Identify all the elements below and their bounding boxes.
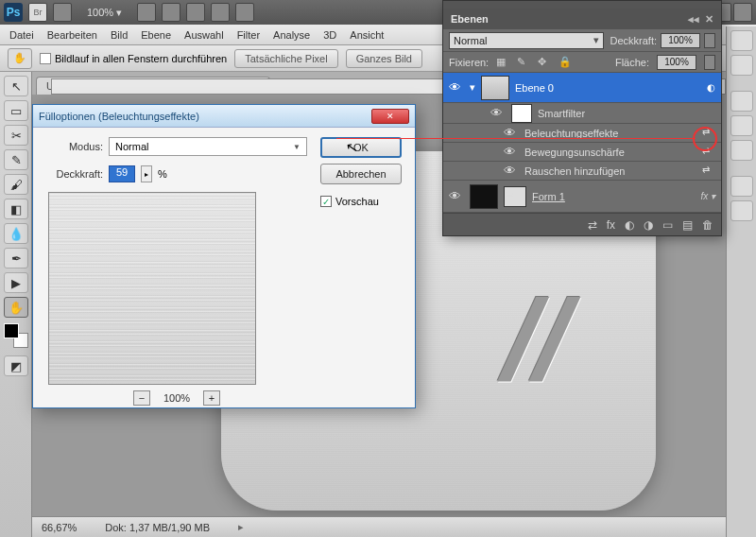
visibility-icon[interactable]: 👁	[504, 145, 519, 159]
zoom-in-button[interactable]: +	[203, 390, 220, 406]
color-icon[interactable]	[730, 91, 753, 112]
visibility-icon[interactable]: 👁	[490, 106, 506, 120]
layer-form1[interactable]: 👁 ▭ Form 1 fx ▾	[443, 181, 721, 213]
opacity-panel-label: Deckkraft:	[610, 35, 657, 46]
fx-badge[interactable]: fx ▾	[700, 191, 715, 201]
smartfilter-row[interactable]: 👁 Smartfilter	[443, 103, 721, 124]
group-icon[interactable]: ▭	[662, 218, 673, 232]
status-zoom: 66,67%	[42, 522, 77, 533]
actual-pixels-button[interactable]: Tatsächliche Pixel	[234, 49, 337, 68]
filter-rauschen[interactable]: 👁 Rauschen hinzufügen ⇄	[443, 162, 721, 181]
hand-tool-preset[interactable]: ✋	[8, 48, 32, 69]
visibility-icon[interactable]: 👁	[504, 126, 519, 140]
menu-analyse[interactable]: Analyse	[273, 29, 310, 41]
minibridge-icon[interactable]	[53, 3, 72, 22]
panel-collapse-icon[interactable]: ◂◂	[688, 13, 699, 26]
layer-thumbnail[interactable]	[470, 184, 498, 209]
filter-blend-icon[interactable]: ⇄	[702, 146, 715, 159]
opacity-input[interactable]: 59	[109, 165, 135, 182]
swatches-panel-icon[interactable]	[730, 115, 753, 136]
blur-tool[interactable]: 💧	[4, 223, 28, 244]
menu-filter[interactable]: Filter	[237, 29, 260, 41]
mode-label: Modus:	[46, 141, 103, 152]
opacity-flyout-icon[interactable]: ▸	[141, 165, 152, 182]
slash-shape: //	[490, 274, 589, 405]
hand-tool[interactable]: ✋	[4, 297, 28, 318]
zoom-out-button[interactable]: −	[133, 390, 150, 406]
pen-tool[interactable]: ✒	[4, 248, 28, 268]
fill-flyout[interactable]	[704, 55, 715, 70]
brush-tool[interactable]: 🖌	[4, 174, 28, 195]
scroll-all-checkbox[interactable]: Bildlauf in allen Fenstern durchführen	[40, 53, 227, 64]
zoom-select[interactable]: 100% ▾	[77, 7, 131, 19]
visibility-icon[interactable]: 👁	[449, 189, 464, 203]
rotate-view-icon[interactable]	[186, 3, 205, 22]
menu-auswahl[interactable]: Auswahl	[184, 29, 224, 41]
opacity-flyout[interactable]	[704, 33, 715, 48]
lock-transparency-icon[interactable]: ▦	[496, 56, 509, 69]
menu-ebene[interactable]: Ebene	[141, 29, 171, 41]
mode-select[interactable]: Normal	[109, 137, 307, 156]
visibility-icon[interactable]: 👁	[449, 80, 464, 95]
menu-3d[interactable]: 3D	[323, 29, 336, 41]
panel-grip[interactable]	[443, 1, 721, 9]
trash-icon[interactable]: 🗑	[702, 218, 713, 232]
status-bar: 66,67% Dok: 1,37 MB/1,90 MB ▸	[32, 516, 726, 537]
fit-screen-button[interactable]: Ganzes Bild	[346, 49, 422, 68]
crop-tool[interactable]: ✂	[4, 125, 28, 146]
visibility-icon[interactable]: 👁	[504, 164, 519, 178]
layer-ebene0[interactable]: 👁 ▾ Ebene 0 ◐	[443, 73, 721, 103]
layer-thumbnail[interactable]	[481, 76, 509, 100]
new-layer-icon[interactable]: ▤	[682, 218, 693, 232]
screen-mode-icon[interactable]	[235, 3, 254, 22]
hand-icon[interactable]	[137, 3, 156, 22]
actions-icon[interactable]	[730, 55, 753, 76]
history-icon[interactable]	[730, 30, 753, 51]
opacity-panel-input[interactable]: 100%	[661, 33, 700, 48]
preview-thumbnail	[48, 192, 256, 385]
arrange-icon[interactable]	[211, 3, 230, 22]
menu-bearbeiten[interactable]: Bearbeiten	[47, 29, 97, 41]
fx-icon[interactable]: fx	[607, 218, 615, 232]
bridge-icon[interactable]: Br	[28, 3, 47, 22]
zoom-icon[interactable]	[162, 3, 180, 22]
lock-position-icon[interactable]: ✥	[538, 56, 551, 69]
mask-icon[interactable]: ◐	[625, 218, 634, 232]
smartfilter-thumb[interactable]	[511, 104, 532, 123]
color-swatches[interactable]	[4, 323, 28, 348]
close-icon[interactable]	[733, 3, 752, 22]
lock-pixels-icon[interactable]: ✎	[517, 56, 530, 69]
ok-button[interactable]: OK	[320, 137, 402, 158]
fill-input[interactable]: 100%	[657, 55, 696, 70]
filter-blend-icon[interactable]: ⇄	[702, 165, 715, 178]
styles-panel-icon[interactable]	[730, 140, 753, 161]
menu-ansicht[interactable]: Ansicht	[350, 29, 384, 41]
adjust-panel-icon[interactable]	[730, 176, 753, 197]
menu-datei[interactable]: Datei	[9, 29, 34, 41]
vector-mask-thumb[interactable]: ▭	[504, 186, 526, 207]
dialog-close-button[interactable]: ✕	[371, 109, 409, 124]
marquee-tool[interactable]: ▭	[4, 100, 28, 121]
preview-checkbox[interactable]: ✓Vorschau	[320, 196, 402, 207]
eraser-tool[interactable]: ◧	[4, 199, 28, 219]
lock-all-icon[interactable]: 🔒	[558, 56, 572, 69]
link-layers-icon[interactable]: ⇄	[588, 218, 597, 232]
path-select-tool[interactable]: ▶	[4, 272, 28, 293]
move-tool[interactable]: ↖	[4, 76, 28, 96]
adjustment-icon[interactable]: ◑	[644, 218, 653, 232]
quickmask-tool[interactable]: ◩	[4, 355, 28, 376]
panel-close-icon[interactable]: ✕	[705, 13, 713, 26]
blend-mode-select[interactable]: Normal	[449, 32, 604, 49]
filter-blend-icon[interactable]: ⇄	[702, 127, 715, 140]
cancel-button[interactable]: Abbrechen	[320, 164, 402, 184]
ps-logo: Ps	[4, 3, 23, 22]
opacity-label: Deckkraft:	[46, 168, 103, 180]
dialog-titlebar[interactable]: Fülloptionen (Beleuchtungseffekte) ✕	[33, 105, 415, 128]
fill-label: Fläche:	[615, 57, 649, 68]
masks-panel-icon[interactable]	[730, 200, 753, 221]
menu-bild[interactable]: Bild	[111, 29, 128, 41]
eyedropper-tool[interactable]: ✎	[4, 149, 28, 170]
filter-beleuchtung[interactable]: 👁 Beleuchtungseffekte ⇄	[443, 124, 721, 143]
filter-bewegung[interactable]: 👁 Bewegungsunschärfe ⇄	[443, 143, 721, 162]
panel-tab[interactable]: Ebenen◂◂✕	[443, 9, 721, 29]
